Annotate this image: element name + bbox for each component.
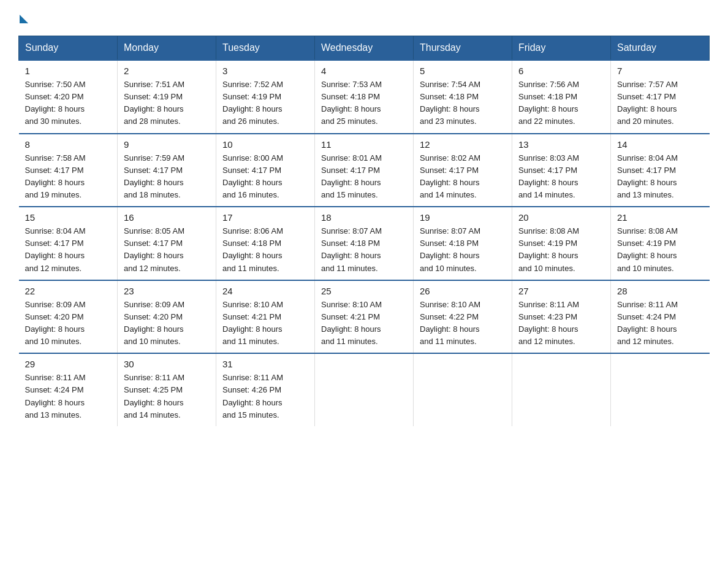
day-info: Sunrise: 8:04 AMSunset: 4:17 PMDaylight:… [617,152,703,202]
day-number: 12 [420,139,506,150]
header-day-friday: Friday [512,36,611,61]
day-info: Sunrise: 7:53 AMSunset: 4:18 PMDaylight:… [321,79,407,128]
day-number: 2 [124,66,210,76]
day-cell: 19 Sunrise: 8:07 AMSunset: 4:18 PMDaylig… [414,207,512,280]
day-number: 8 [25,139,112,150]
page-header [18,12,710,23]
day-info: Sunrise: 8:09 AMSunset: 4:20 PMDaylight:… [124,299,210,348]
header-day-thursday: Thursday [414,36,512,61]
day-info: Sunrise: 8:07 AMSunset: 4:18 PMDaylight:… [420,225,506,275]
day-cell: 22 Sunrise: 8:09 AMSunset: 4:20 PMDaylig… [19,280,118,354]
day-cell [611,353,710,426]
day-info: Sunrise: 7:51 AMSunset: 4:19 PMDaylight:… [124,79,210,128]
day-info: Sunrise: 7:57 AMSunset: 4:17 PMDaylight:… [617,79,703,128]
day-cell: 1 Sunrise: 7:50 AMSunset: 4:20 PMDayligh… [19,60,118,134]
day-info: Sunrise: 7:56 AMSunset: 4:18 PMDaylight:… [518,79,604,128]
day-info: Sunrise: 7:54 AMSunset: 4:18 PMDaylight:… [420,79,506,128]
day-info: Sunrise: 8:10 AMSunset: 4:21 PMDaylight:… [222,299,308,348]
day-cell: 9 Sunrise: 7:59 AMSunset: 4:17 PMDayligh… [118,134,216,207]
day-number: 25 [321,286,407,296]
day-number: 26 [420,286,506,296]
day-number: 14 [617,139,703,150]
day-number: 9 [124,139,210,150]
day-number: 20 [518,212,604,223]
day-cell: 24 Sunrise: 8:10 AMSunset: 4:21 PMDaylig… [216,280,315,354]
day-number: 7 [617,66,703,76]
day-info: Sunrise: 8:05 AMSunset: 4:17 PMDaylight:… [124,225,210,275]
day-cell: 7 Sunrise: 7:57 AMSunset: 4:17 PMDayligh… [611,60,710,134]
day-cell: 20 Sunrise: 8:08 AMSunset: 4:19 PMDaylig… [512,207,611,280]
day-info: Sunrise: 7:59 AMSunset: 4:17 PMDaylight:… [124,152,210,202]
day-cell: 5 Sunrise: 7:54 AMSunset: 4:18 PMDayligh… [414,60,512,134]
day-number: 21 [617,212,703,223]
day-info: Sunrise: 8:07 AMSunset: 4:18 PMDaylight:… [321,225,407,275]
logo-triangle-icon [20,15,28,23]
calendar-table: SundayMondayTuesdayWednesdayThursdayFrid… [18,36,710,426]
calendar-header-row: SundayMondayTuesdayWednesdayThursdayFrid… [19,36,710,61]
day-number: 27 [518,286,604,296]
day-cell: 4 Sunrise: 7:53 AMSunset: 4:18 PMDayligh… [315,60,414,134]
week-row-1: 1 Sunrise: 7:50 AMSunset: 4:20 PMDayligh… [19,60,710,134]
week-row-3: 15 Sunrise: 8:04 AMSunset: 4:17 PMDaylig… [19,207,710,280]
day-cell: 18 Sunrise: 8:07 AMSunset: 4:18 PMDaylig… [315,207,414,280]
day-cell: 21 Sunrise: 8:08 AMSunset: 4:19 PMDaylig… [611,207,710,280]
day-number: 17 [222,212,308,223]
day-info: Sunrise: 7:58 AMSunset: 4:17 PMDaylight:… [25,152,112,202]
day-info: Sunrise: 8:08 AMSunset: 4:19 PMDaylight:… [617,225,703,275]
day-info: Sunrise: 7:52 AMSunset: 4:19 PMDaylight:… [222,79,308,128]
day-number: 6 [518,66,604,76]
day-info: Sunrise: 8:00 AMSunset: 4:17 PMDaylight:… [222,152,308,202]
day-cell: 28 Sunrise: 8:11 AMSunset: 4:24 PMDaylig… [611,280,710,354]
day-cell: 14 Sunrise: 8:04 AMSunset: 4:17 PMDaylig… [611,134,710,207]
day-cell: 12 Sunrise: 8:02 AMSunset: 4:17 PMDaylig… [414,134,512,207]
day-number: 23 [124,286,210,296]
header-day-sunday: Sunday [19,36,118,61]
header-day-monday: Monday [118,36,216,61]
day-info: Sunrise: 8:09 AMSunset: 4:20 PMDaylight:… [25,299,112,348]
day-number: 22 [25,286,112,296]
day-info: Sunrise: 8:11 AMSunset: 4:24 PMDaylight:… [617,299,703,348]
day-info: Sunrise: 8:10 AMSunset: 4:21 PMDaylight:… [321,299,407,348]
day-cell: 31 Sunrise: 8:11 AMSunset: 4:26 PMDaylig… [216,353,315,426]
day-number: 18 [321,212,407,223]
day-cell [414,353,512,426]
day-info: Sunrise: 8:11 AMSunset: 4:23 PMDaylight:… [518,299,604,348]
day-info: Sunrise: 8:06 AMSunset: 4:18 PMDaylight:… [222,225,308,275]
day-cell [512,353,611,426]
header-day-tuesday: Tuesday [216,36,315,61]
day-number: 16 [124,212,210,223]
day-info: Sunrise: 8:11 AMSunset: 4:25 PMDaylight:… [124,372,210,421]
day-info: Sunrise: 8:03 AMSunset: 4:17 PMDaylight:… [518,152,604,202]
day-cell: 15 Sunrise: 8:04 AMSunset: 4:17 PMDaylig… [19,207,118,280]
day-number: 24 [222,286,308,296]
week-row-4: 22 Sunrise: 8:09 AMSunset: 4:20 PMDaylig… [19,280,710,354]
logo [18,12,28,23]
day-cell: 6 Sunrise: 7:56 AMSunset: 4:18 PMDayligh… [512,60,611,134]
day-number: 1 [25,66,112,76]
day-info: Sunrise: 8:10 AMSunset: 4:22 PMDaylight:… [420,299,506,348]
day-cell: 29 Sunrise: 8:11 AMSunset: 4:24 PMDaylig… [19,353,118,426]
day-number: 13 [518,139,604,150]
day-cell [315,353,414,426]
day-cell: 3 Sunrise: 7:52 AMSunset: 4:19 PMDayligh… [216,60,315,134]
day-cell: 17 Sunrise: 8:06 AMSunset: 4:18 PMDaylig… [216,207,315,280]
day-info: Sunrise: 8:08 AMSunset: 4:19 PMDaylight:… [518,225,604,275]
day-number: 11 [321,139,407,150]
day-info: Sunrise: 8:11 AMSunset: 4:26 PMDaylight:… [222,372,308,421]
day-number: 15 [25,212,112,223]
day-info: Sunrise: 8:02 AMSunset: 4:17 PMDaylight:… [420,152,506,202]
day-info: Sunrise: 8:01 AMSunset: 4:17 PMDaylight:… [321,152,407,202]
day-info: Sunrise: 8:11 AMSunset: 4:24 PMDaylight:… [25,372,112,421]
header-day-wednesday: Wednesday [315,36,414,61]
week-row-2: 8 Sunrise: 7:58 AMSunset: 4:17 PMDayligh… [19,134,710,207]
header-day-saturday: Saturday [611,36,710,61]
day-cell: 11 Sunrise: 8:01 AMSunset: 4:17 PMDaylig… [315,134,414,207]
day-cell: 23 Sunrise: 8:09 AMSunset: 4:20 PMDaylig… [118,280,216,354]
day-cell: 25 Sunrise: 8:10 AMSunset: 4:21 PMDaylig… [315,280,414,354]
day-info: Sunrise: 7:50 AMSunset: 4:20 PMDaylight:… [25,79,112,128]
day-cell: 30 Sunrise: 8:11 AMSunset: 4:25 PMDaylig… [118,353,216,426]
day-cell: 10 Sunrise: 8:00 AMSunset: 4:17 PMDaylig… [216,134,315,207]
day-info: Sunrise: 8:04 AMSunset: 4:17 PMDaylight:… [25,225,112,275]
day-cell: 13 Sunrise: 8:03 AMSunset: 4:17 PMDaylig… [512,134,611,207]
day-number: 4 [321,66,407,76]
